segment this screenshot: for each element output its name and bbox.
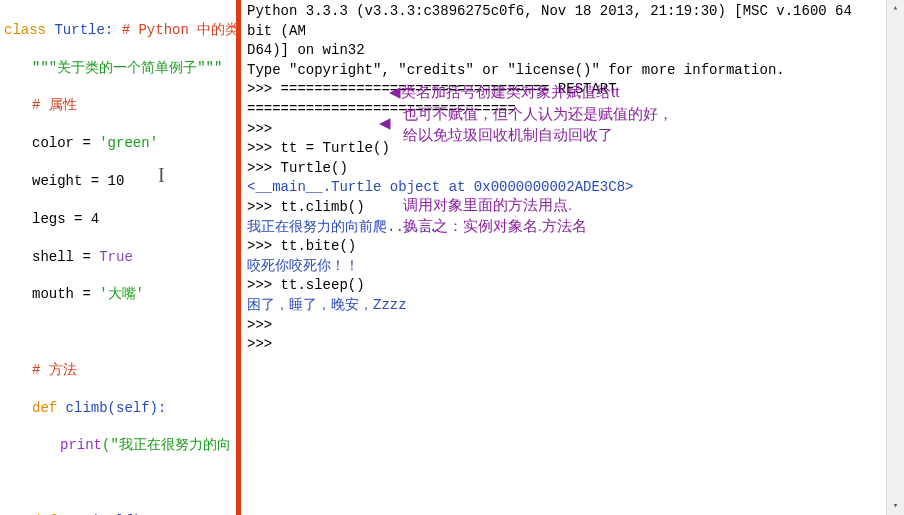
annotation-2: 也可不赋值，但个人认为还是赋值的好， — [403, 104, 673, 124]
annotation-3: 给以免垃圾回收机制自动回收了 — [403, 125, 613, 145]
attr-weight: weight = 10 — [4, 172, 232, 191]
repr-main: __main__ — [255, 179, 322, 195]
annotation-5: 换言之：实例对象名.方法名 — [403, 216, 587, 236]
method-climb: climb(self): — [66, 400, 167, 416]
out-sleep: 困了，睡了，晚安，Zzzz — [247, 296, 884, 316]
shell-header-line3: Type "copyright", "credits" or "license(… — [247, 61, 884, 81]
kw-def: def — [32, 400, 66, 416]
prompt: >>> — [247, 81, 281, 97]
kw-class: class — [4, 22, 54, 38]
line-bite-call: >>> tt.bite() — [247, 237, 884, 257]
scroll-down-icon[interactable]: ▾ — [887, 498, 904, 515]
line-turtle-call: >>> Turtle() — [247, 159, 884, 179]
attr-mouth-lhs: mouth = — [32, 286, 99, 302]
prompt-empty2: >>> — [247, 316, 884, 336]
python-shell-pane[interactable]: Python 3.3.3 (v3.3.3:c3896275c0f6, Nov 1… — [241, 0, 904, 515]
print-fn: print — [60, 437, 102, 453]
scroll-up-icon[interactable]: ▴ — [887, 0, 904, 17]
arrow-icon: ◀ — [389, 82, 401, 102]
repr-body: .Turtle object at 0x0000000002ADE3C8 — [323, 179, 625, 195]
line-sleep-call: >>> tt.sleep() — [247, 276, 884, 296]
out-bite: 咬死你咬死你！！ — [247, 257, 884, 277]
text-cursor-icon: I — [158, 162, 165, 189]
comment-methods: # 方法 — [4, 361, 232, 380]
comment-attrs: # 属性 — [4, 96, 232, 115]
shell-header-line2: D64)] on win32 — [247, 41, 884, 61]
shell-header-line1: Python 3.3.3 (v3.3.3:c3896275c0f6, Nov 1… — [247, 2, 884, 41]
annotation-arrow-2: ◀ — [379, 113, 391, 133]
annotation-1: ◀类名加括号创建类对象并赋值给tt — [389, 82, 619, 102]
class-name: Turtle: — [54, 22, 121, 38]
repr-gt: > — [625, 179, 633, 195]
attr-mouth-rhs: '大嘴' — [99, 286, 144, 302]
prompt-empty3: >>> — [247, 335, 884, 355]
arrow-icon: ◀ — [379, 113, 391, 133]
attr-color-lhs: color = — [32, 135, 99, 151]
attr-legs: legs = 4 — [4, 210, 232, 229]
code-editor-pane[interactable]: class Turtle: # Python 中的类 """关于类的一个简单例子… — [0, 0, 236, 515]
print-arg-climb: ("我正在很努力的向 — [102, 437, 231, 453]
attr-shell-lhs: shell = — [32, 249, 99, 265]
attr-shell-rhs: True — [99, 249, 133, 265]
docstring: """关于类的一个简单例子""" — [4, 59, 232, 78]
annotation-4: 调用对象里面的方法用点. — [403, 195, 572, 215]
attr-color-rhs: 'green' — [99, 135, 158, 151]
comment-class: # Python 中的类 — [122, 22, 236, 38]
scrollbar[interactable]: ▴ ▾ — [886, 0, 904, 515]
